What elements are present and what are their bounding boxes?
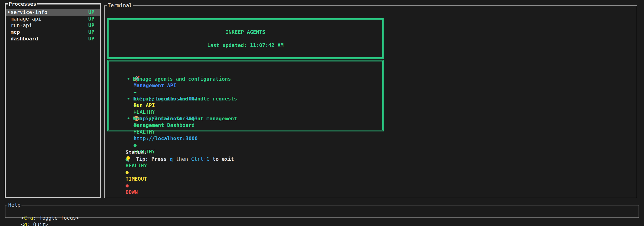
terminal-panel-title: Terminal xyxy=(107,2,133,9)
process-name: manage-api xyxy=(10,16,88,22)
arrow-icon: → xyxy=(134,109,137,115)
tip-key-q: q xyxy=(170,156,173,162)
process-row-manage-api[interactable]: manage-api UP xyxy=(6,16,100,22)
service-description: • Execute agents and handle requests xyxy=(108,96,382,102)
banner-box: INKEEP AGENTS Last updated: 11:07:42 AM xyxy=(107,18,384,59)
processes-panel-title: Processes xyxy=(8,1,37,7)
process-status-badge: UP xyxy=(88,36,94,42)
service-url[interactable]: http://localhost:3000 xyxy=(134,135,198,141)
services-box: 🚀 Management API → http://localhost:3002… xyxy=(107,60,384,131)
help-bindings-line: <C-a: Toggle focus> <q: Quit> <j: Next> … xyxy=(6,205,638,212)
key-label: q xyxy=(24,221,27,226)
process-row-service-info[interactable]: • service-info UP xyxy=(6,9,100,16)
service-row-management-api: 🚀 Management API → http://localhost:3002… xyxy=(108,69,382,76)
process-list: • service-info UP manage-api UP run-api … xyxy=(6,9,100,42)
help-panel-title: Help xyxy=(7,202,22,208)
timeout-label: TIMEOUT xyxy=(126,176,147,182)
process-status-badge: UP xyxy=(88,9,94,16)
tip-ctrl-c-combo: Ctrl+C xyxy=(191,156,210,162)
down-label: DOWN xyxy=(126,189,138,195)
process-row-dashboard[interactable]: dashboard UP xyxy=(6,36,100,42)
help-panel: Help <C-a: Toggle focus> <q: Quit> <j: N… xyxy=(5,205,639,218)
tip-mid-text: then xyxy=(176,156,188,162)
process-row-run-api[interactable]: run-api UP xyxy=(6,22,100,29)
process-row-mcp[interactable]: mcp UP xyxy=(6,29,100,36)
process-status-badge: UP xyxy=(88,16,94,22)
processes-panel[interactable]: Processes • service-info UP manage-api U… xyxy=(5,3,101,198)
arrow-icon: → xyxy=(134,89,137,95)
selected-indicator xyxy=(7,16,10,22)
process-status-badge: UP xyxy=(88,22,94,29)
process-name: run-api xyxy=(10,22,88,29)
process-status-badge: UP xyxy=(88,29,94,36)
lightbulb-icon: 💡 xyxy=(125,156,132,162)
last-updated-text: Last updated: 11:07:42 AM xyxy=(108,42,382,49)
status-legend: Status: ● HEALTHY ● TIMEOUT ● DOWN xyxy=(105,143,637,149)
health-dot-icon: ● xyxy=(134,142,137,148)
process-name: mcp xyxy=(10,29,88,36)
status-legend-label: Status: xyxy=(126,149,147,155)
keybinding-quit: <q: Quit> xyxy=(21,221,49,226)
terminal-panel[interactable]: Terminal INKEEP AGENTS Last updated: 11:… xyxy=(104,6,637,198)
arrow-icon: → xyxy=(134,129,137,135)
selected-indicator xyxy=(7,36,10,42)
service-description: • Manage agents and configurations xyxy=(108,76,382,82)
selected-indicator: • xyxy=(7,9,10,16)
tip-tail-text: to exit xyxy=(212,156,234,162)
keybinding-toggle-focus: <C-a: Toggle focus> xyxy=(21,215,79,221)
service-description: • Web interface for agent management xyxy=(108,115,382,122)
selected-indicator xyxy=(7,29,10,36)
service-name: Management API xyxy=(134,83,176,88)
banner-heading: INKEEP AGENTS xyxy=(108,29,382,36)
down-dot-icon: ● xyxy=(126,182,129,188)
service-name: Management Dashboard xyxy=(134,122,195,128)
process-name: service-info xyxy=(10,9,88,16)
selected-indicator xyxy=(7,22,10,29)
service-name: Run API xyxy=(134,102,155,108)
healthy-label: HEALTHY xyxy=(126,163,147,168)
timeout-dot-icon: ● xyxy=(126,169,129,175)
key-label: C-a xyxy=(24,215,33,221)
process-name: dashboard xyxy=(10,36,88,42)
tip-line: 💡Tip: Press q then Ctrl+C to exit xyxy=(105,149,637,156)
service-row-run-api: ⚡ Run API → http://localhost:3003 ● HEAL… xyxy=(108,89,382,96)
tip-lead-text: Tip: Press xyxy=(136,156,167,162)
